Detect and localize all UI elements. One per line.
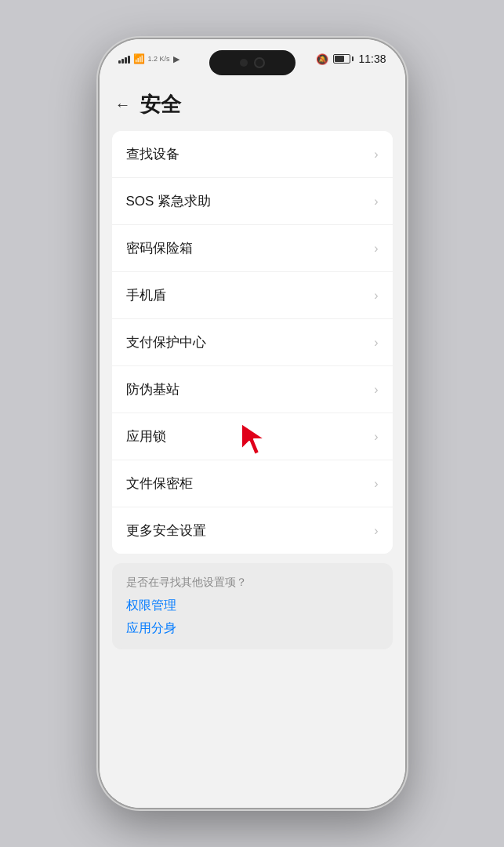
status-left: 📶 1.2 K/s ▶	[118, 53, 179, 64]
chevron-icon: ›	[374, 336, 378, 350]
wifi-icon: 📶	[133, 53, 145, 64]
status-bar: 📶 1.2 K/s ▶ 🔕 11:38	[100, 39, 405, 78]
phone-screen: 📶 1.2 K/s ▶ 🔕 11:38 ← 安全	[100, 39, 405, 808]
bell-icon: 🔕	[316, 53, 328, 65]
page-title: 安全	[140, 91, 181, 118]
menu-item-phone-shield[interactable]: 手机盾 ›	[112, 272, 393, 319]
security-menu-section: 查找设备 › SOS 紧急求助 › 密码保险箱 › 手机盾 › 支付保护中心	[112, 131, 393, 554]
time-display: 11:38	[358, 53, 386, 65]
menu-item-find-device[interactable]: 查找设备 ›	[112, 131, 393, 178]
chevron-icon: ›	[374, 477, 378, 491]
phone-frame: 📶 1.2 K/s ▶ 🔕 11:38 ← 安全	[100, 39, 405, 808]
page-header: ← 安全	[100, 78, 405, 131]
menu-item-label: 支付保护中心	[126, 333, 206, 351]
menu-item-label: 文件保密柜	[126, 474, 193, 493]
chevron-icon: ›	[374, 242, 378, 256]
menu-item-file-safe[interactable]: 文件保密柜 ›	[112, 460, 393, 507]
menu-item-payment-protection[interactable]: 支付保护中心 ›	[112, 319, 393, 366]
suggestion-title: 是否在寻找其他设置项？	[126, 576, 379, 590]
chevron-icon: ›	[374, 524, 378, 538]
menu-item-label: 查找设备	[126, 145, 179, 163]
camera-notch	[209, 50, 296, 75]
speed-indicator: 1.2 K/s	[148, 55, 170, 64]
svg-marker-0	[241, 424, 265, 455]
menu-item-anti-base-station[interactable]: 防伪基站 ›	[112, 366, 393, 413]
suggestion-link-permission[interactable]: 权限管理	[126, 598, 379, 614]
camera-dot-small	[240, 59, 248, 67]
menu-item-label: 应用锁	[126, 427, 166, 445]
menu-item-app-lock[interactable]: 应用锁 ›	[112, 413, 393, 460]
main-content: ← 安全 查找设备 › SOS 紧急求助 › 密码保险箱 › 手机	[100, 78, 405, 808]
status-right: 🔕 11:38	[316, 53, 386, 65]
chevron-icon: ›	[374, 147, 378, 162]
camera-dot-main	[254, 57, 265, 68]
menu-item-more-security[interactable]: 更多安全设置 ›	[112, 507, 393, 554]
signal-icon	[118, 54, 130, 64]
back-button[interactable]: ←	[115, 96, 131, 114]
menu-item-label: 密码保险箱	[126, 239, 193, 257]
menu-item-label: 手机盾	[126, 286, 166, 304]
menu-item-password-safe[interactable]: 密码保险箱 ›	[112, 225, 393, 272]
menu-item-label: SOS 紧急求助	[126, 192, 212, 210]
menu-item-sos[interactable]: SOS 紧急求助 ›	[112, 178, 393, 225]
menu-item-label: 更多安全设置	[126, 522, 206, 540]
record-icon: ▶	[173, 54, 179, 64]
chevron-icon: ›	[374, 194, 378, 209]
chevron-icon: ›	[374, 383, 378, 397]
chevron-icon: ›	[374, 430, 378, 444]
chevron-icon: ›	[374, 289, 378, 303]
menu-item-label: 防伪基站	[126, 380, 179, 398]
suggestion-link-app-clone[interactable]: 应用分身	[126, 620, 379, 637]
battery-icon	[333, 54, 354, 64]
suggestion-box: 是否在寻找其他设置项？ 权限管理 应用分身	[112, 563, 393, 649]
